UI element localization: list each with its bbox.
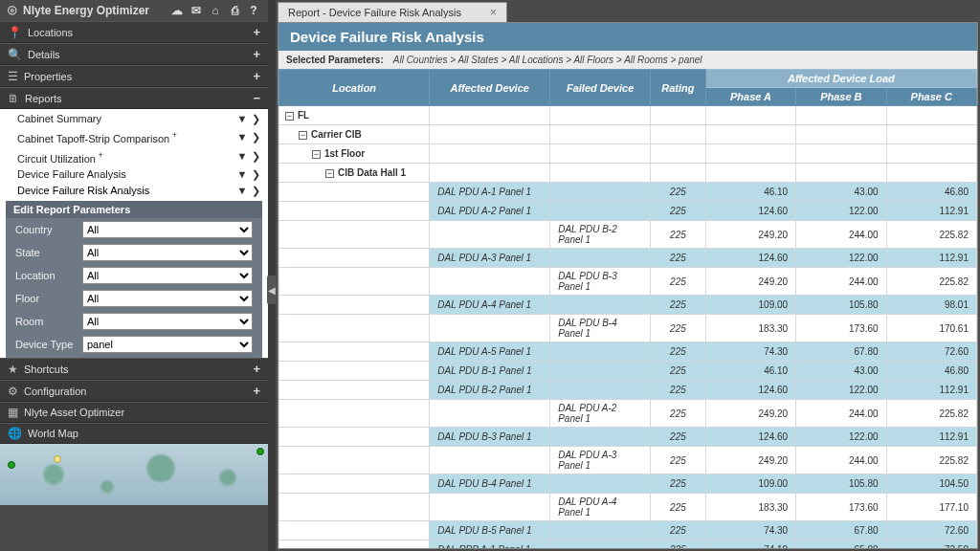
sidebar: ⦾ Nlyte Energy Optimizer ☁ ✉ ⌂ ⎙ ? 📍 Loc… [0,0,268,551]
panel-shortcuts[interactable]: ★ Shortcuts+ [0,358,268,380]
phase-cell: 109.00 [705,474,795,494]
report-item[interactable]: Cabinet Summary▼❯ [0,111,268,127]
print-icon[interactable]: ⎙ [228,4,241,17]
col-affected[interactable]: Affected Device [430,70,550,106]
rating-cell: 225 [651,315,706,342]
tree-toggle-icon[interactable]: − [325,169,334,178]
table-row: DAL PDU A-4 Panel 1225183.30173.60177.10 [279,494,977,521]
failed-device-cell [550,540,651,550]
param-select-floor[interactable]: All [82,290,253,307]
phase-cell: 173.60 [796,494,886,521]
param-select-room[interactable]: All [82,313,253,330]
param-select-country[interactable]: All [82,221,253,238]
report-title: Device Failure Risk Analysis [278,23,977,51]
report-item[interactable]: Device Failure Analysis▼❯ [0,166,268,183]
run-icon[interactable]: ❯ [249,167,262,182]
col-failed[interactable]: Failed Device [550,70,651,106]
tree-row[interactable]: −Carrier CIB [279,125,977,144]
run-icon[interactable]: ❯ [249,149,262,164]
home-icon[interactable]: ⌂ [209,4,222,17]
tree-toggle-icon[interactable]: − [312,150,321,159]
table-row: DAL PDU B-5 Panel 122574.3067.8072.60 [279,521,977,540]
filter-icon[interactable]: ▼ [235,167,249,182]
report-item[interactable]: Device Failure Risk Analysis▼❯ [0,183,268,199]
failed-device-cell [550,202,651,221]
map-marker[interactable] [256,448,264,455]
run-icon[interactable]: ❯ [249,112,262,126]
filter-icon[interactable]: ▼ [235,112,249,126]
map-marker[interactable] [8,461,15,469]
col-location[interactable]: Location [279,70,430,106]
phase-cell: 122.00 [796,202,886,221]
phase-cell: 65.00 [796,540,886,550]
report-item[interactable]: Circuit Utilization +▼❯ [0,147,268,167]
affected-device-cell: DAL PDU A-3 Panel 1 [430,249,550,268]
rating-cell: 225 [651,521,706,540]
param-select-state[interactable]: All [82,244,253,261]
panel-details[interactable]: 🔍 Details+ [0,43,268,65]
app-title: Nlyte Energy Optimizer [23,4,149,17]
param-label: Floor [15,293,75,304]
collapse-sidebar-icon[interactable]: ◀ [267,276,277,304]
phase-cell: 67.80 [796,521,886,540]
split-handle[interactable]: ◀ [268,0,276,551]
gear-icon: ⚙ [8,385,18,398]
param-label: Room [15,316,75,327]
report-area: Device Failure Risk Analysis Selected Pa… [278,22,978,549]
filter-icon[interactable]: ▼ [235,184,249,198]
tree-toggle-icon[interactable]: − [285,112,294,121]
param-label: Country [15,224,75,235]
phase-cell: 177.10 [886,494,976,521]
phase-cell: 170.61 [886,315,976,342]
phase-cell: 225.82 [886,268,976,296]
failed-device-cell: DAL PDU B-3 Panel 1 [550,268,651,296]
table-row: DAL PDU B-4 Panel 1225183.30173.60170.61 [279,315,977,342]
affected-device-cell: DAL PDU B-4 Panel 1 [430,474,550,494]
filter-icon[interactable]: ▼ [235,130,249,144]
affected-device-cell: DAL PDU A-2 Panel 1 [430,202,550,221]
param-select-location[interactable]: All [82,267,253,284]
failed-device-cell: DAL PDU A-3 Panel 1 [550,447,651,474]
tree-row[interactable]: −1st Floor [279,144,977,164]
col-phase-c[interactable]: Phase C [886,88,976,106]
panel-reports[interactable]: 🗎 Reports− [0,87,268,109]
run-icon[interactable]: ❯ [249,130,262,144]
failed-device-cell [550,249,651,268]
phase-cell: 46.80 [886,183,976,202]
phase-cell: 249.20 [705,221,795,249]
tree-toggle-icon[interactable]: − [299,131,307,140]
phase-cell: 72.60 [886,342,976,362]
param-select-device-type[interactable]: panel [82,336,253,353]
panel-properties[interactable]: ☰ Properties+ [0,65,268,87]
panel-asset-optimizer[interactable]: ▦ Nlyte Asset Optimizer [0,402,268,423]
close-icon[interactable]: × [490,6,497,19]
panel-worldmap[interactable]: 🌐 World Map [0,423,268,444]
help-icon[interactable]: ? [247,4,260,17]
col-rating[interactable]: Rating [651,70,706,106]
run-icon[interactable]: ❯ [249,184,262,198]
properties-icon: ☰ [8,70,18,83]
panel-configuration[interactable]: ⚙ Configuration+ [0,380,268,402]
col-phase-a[interactable]: Phase A [705,88,795,106]
affected-device-cell [430,400,550,428]
table-row: DAL PDU B-4 Panel 1225109.00105.80104.50 [279,474,977,494]
col-phase-b[interactable]: Phase B [796,88,886,106]
tree-row[interactable]: −FL [279,106,977,125]
app-titlebar: ⦾ Nlyte Energy Optimizer ☁ ✉ ⌂ ⎙ ? [0,0,268,21]
phase-cell: 112.91 [886,381,976,400]
param-row: Device Typepanel [6,333,262,356]
phase-cell: 244.00 [796,400,886,428]
mail-icon[interactable]: ✉ [189,4,203,17]
failed-device-cell: DAL PDU A-2 Panel 1 [550,400,651,428]
affected-device-cell: DAL PDU A-4 Panel 1 [430,296,550,315]
filter-icon[interactable]: ▼ [235,149,249,164]
report-item-label: Device Failure Risk Analysis [17,184,149,198]
tree-row[interactable]: −CIB Data Hall 1 [279,164,977,183]
world-map[interactable] [0,444,268,505]
report-item[interactable]: Cabinet Tapoff-Strip Comparison +▼❯ [0,127,268,147]
tab-report[interactable]: Report - Device Failure Risk Analysis × [278,2,507,22]
selected-params-label: Selected Parameters: [286,55,384,65]
panel-locations[interactable]: 📍 Locations+ [0,21,268,43]
cloud-icon[interactable]: ☁ [170,4,184,17]
map-marker[interactable] [54,455,61,463]
